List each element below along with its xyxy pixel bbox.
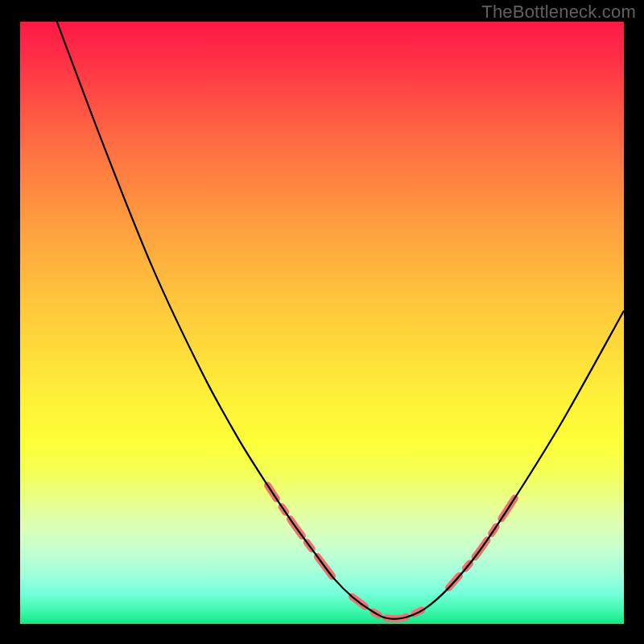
curve-svg: [20, 22, 624, 624]
highlight-trough: [353, 597, 425, 618]
highlight-right-shoulder: [449, 497, 516, 588]
plot-area: [20, 22, 624, 624]
bottleneck-curve: [57, 22, 624, 619]
watermark-text: TheBottleneck.com: [481, 2, 636, 23]
chart-container: TheBottleneck.com: [0, 0, 644, 644]
